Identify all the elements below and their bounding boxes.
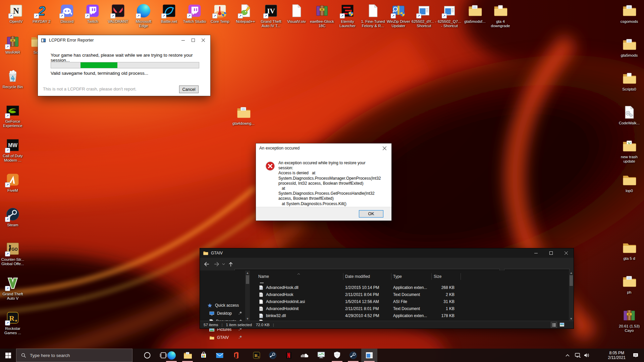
file-row-advancedhook-dll[interactable]: AdvancedHook.dll 1/2/2015 10:14 PM Appli… [250,284,569,291]
desktop-icon-recycle-bin[interactable]: Recycle Bin [0,68,25,89]
desktop-icon-counter-str-global-offe[interactable]: GO ↗ Counter-Str... Global Offe... [0,241,25,266]
column-header-type[interactable]: Type [393,273,428,281]
file-type: Text Document [393,305,420,312]
desktop-icon-csgomods[interactable]: csgomods [616,3,642,24]
recent-locations-chevron[interactable] [221,260,226,268]
desktop-icon-grand-theft-auto-v[interactable]: ↗ Grand Theft Auto V [0,275,25,301]
desktop-icon-codewalk[interactable]: CodeWalk... [616,104,642,125]
desktop-icon-rockstar-games[interactable]: R★ ↗ Rockstar Games ... [0,310,25,335]
volume-icon[interactable] [582,349,591,362]
taskbar-icon-office[interactable] [228,349,244,362]
desktop-icon-1-fine-tuned-felony-r[interactable]: 1. Fine-Tuned Felony & R... [360,3,386,28]
desktop-icon-twitch-studio[interactable]: ↗ Twitch Studio [182,3,207,24]
explorer-close-button[interactable] [558,248,574,258]
taskbar-icon-windows-security[interactable] [329,349,345,362]
taskbar-icon-netflix[interactable] [281,349,297,362]
sidebar-item-quick-access[interactable]: Quick access [200,301,245,309]
desktop-icon-steam[interactable]: ↗ Steam [0,206,25,227]
desktop-icon-gta-4-downgrade[interactable]: gta 4 downgrade [488,3,513,28]
file-row-advancedhook[interactable]: AdvancedHook 2/11/2021 8:04 PM Text Docu… [250,291,569,298]
desktop-icon-grand-theft-auto-iv-t[interactable]: IV ↗ Grand Theft Auto IV T... [258,3,284,28]
desktop-icon-winzip-driver-updater[interactable]: ↗ WinZip Driver Updater [386,3,411,28]
exception-close-button[interactable] [379,144,389,152]
desktop-icon-gta-5-d[interactable]: gta 5 d [616,240,642,261]
taskbar-icon-steam[interactable] [265,349,281,362]
file-row-binkw32-dll[interactable]: binkw32.dll 4/29/2010 4:52 PM Applicatio… [250,312,569,319]
desktop-icon-discord[interactable]: ↗ Discord [54,3,80,24]
desktop-icon-geforce-experience[interactable]: ↗ GeForce Experience [0,103,25,128]
crash-minimize-button[interactable] [178,37,188,44]
desktop-icon-gta5modsf[interactable]: gta5modsf... [462,3,488,24]
desktop-icon-lop0[interactable]: lop0 [616,172,642,193]
desktop-icon-microsoft-edge[interactable]: ↗ Microsoft Edge [131,3,156,28]
desktop-icon-fivem[interactable]: ↗ FiveM [0,172,25,193]
crash-close-button[interactable] [198,37,208,44]
desktop-icon-valorant[interactable]: ↗ VALORANT [105,3,131,24]
crash-dialog-titlebar[interactable]: LCPDFR Error Reporter [38,35,210,45]
steam-window-icon [349,351,358,360]
desktop-icon-core-temp[interactable]: ↗ Core Temp [207,3,233,24]
taskbar-icon-file-explorer[interactable] [179,349,196,362]
ok-button[interactable]: OK [359,210,383,218]
explorer-minimize-button[interactable] [528,248,543,258]
desktop-icon-eternity-launcher[interactable]: ↗ Eternity Launcher [335,3,360,28]
taskbar-search-box[interactable]: Type here to search [16,349,132,362]
column-header-date[interactable]: Date modified [345,273,389,281]
taskbar-icon-resource-monitor[interactable] [313,349,329,362]
start-button[interactable] [0,349,16,362]
taskbar-icon-mail[interactable] [212,349,228,362]
desktop-icon-20-61-1-53-cayo[interactable]: 20.61 (1.53) Cayo [616,307,642,333]
column-header-size[interactable]: Size [434,273,454,281]
taskbar-icon-error-reporter-window[interactable] [361,349,377,362]
column-header-name[interactable]: Name [258,273,339,281]
desktop-icon-scripts0[interactable]: Scripts0 [616,70,642,92]
desktop-icon-visualv-oiv[interactable]: VisualV.oiv [284,3,309,24]
list-scrollbar[interactable]: ▲ ▼ [569,270,574,321]
desktop-icon-winrar[interactable]: ↗ WinRAR [0,34,25,55]
desktop-icon-eae8ee-glock-18c[interactable]: eae8ee-Glock 18C [309,3,335,28]
taskbar-icon-soundcloud[interactable] [297,349,313,362]
desktop-icon-battle-net[interactable]: ↗ Battle.net [156,3,182,24]
taskbar-icon-steam-window[interactable] [345,349,361,362]
tray-chevron-icon[interactable] [563,349,572,362]
taskbar-icon-rockstar-games-launcher[interactable]: R★ [249,349,265,362]
taskbar-icon-cortana[interactable] [139,349,155,362]
crash-maximize-button[interactable] [188,37,198,44]
network-icon[interactable] [573,349,582,362]
taskbar-icon-microsoft-store[interactable] [196,349,212,362]
explorer-titlebar[interactable]: GTAIV [200,248,574,258]
file-type-icon [259,299,263,305]
back-button[interactable] [203,260,211,268]
sidebar-item-gtaiv[interactable]: GTAIV [200,334,245,342]
exception-dialog-titlebar[interactable]: An exception occured [256,143,391,153]
desktop-icon-call-of-duty-modern[interactable]: MW ↗ Call of Duty Modern ... [0,137,25,163]
forward-button[interactable] [213,260,221,268]
sidebar-item-desktop[interactable]: Desktop [200,309,245,317]
thumbnail-view-button[interactable] [559,322,565,327]
desktop-icon-label: 625502_Q7... - Shortcut [437,19,462,28]
explorer-maximize-button[interactable] [543,248,558,258]
action-center-icon[interactable] [631,349,640,362]
up-button[interactable] [227,260,235,268]
discord-icon: ↗ [59,3,75,19]
desktop-icon-payday-2[interactable]: 2 ↗ PAYDAY 2 [29,3,54,24]
desktop-icon-twitch[interactable]: ↗ Twitch [80,3,105,24]
cancel-button[interactable]: Cancel [179,85,199,93]
desktop-icon-gta4downg[interactable]: gta4downg... [231,105,256,126]
desktop-icon-openiv[interactable]: N ↗ OpenIV [3,3,29,24]
file-explorer-window: GTAIV ›This PC›Local Disk (C:)›Program F… [200,248,574,328]
details-view-button[interactable] [551,322,557,328]
desktop-icon-notepad[interactable]: ↗ Notepad++ [233,3,258,24]
desktop-icon-625502-dy-shortcut[interactable]: ↗ 625502_dY... - Shortcut [411,3,437,28]
taskbar-clock[interactable]: 8:05 PM 2/11/2021 [608,349,626,362]
desktop-icon-gta5mods[interactable]: gta5mods [616,37,642,58]
desktop-icon-ph[interactable]: ph [616,274,642,295]
sidebar-scrollbar[interactable]: ▲ ▼ [245,270,250,321]
file-row-advancedhookinit[interactable]: AdvancedHookInit 2/11/2021 8:01 PM Text … [250,305,569,312]
file-row-advancedhookinit-asi[interactable]: AdvancedHookInit.asi 1/5/2014 12:56 AM A… [250,298,569,305]
svg-text:★: ★ [258,356,259,358]
taskbar-icon-microsoft-edge[interactable] [163,349,179,362]
desktop-icon-625502-q7-shortcut[interactable]: ↗ 625502_Q7... - Shortcut [437,3,462,28]
desktop-icon-new-trash-update[interactable]: V new trash update [616,138,642,164]
shortcut-arrow-icon: ↗ [5,217,10,222]
